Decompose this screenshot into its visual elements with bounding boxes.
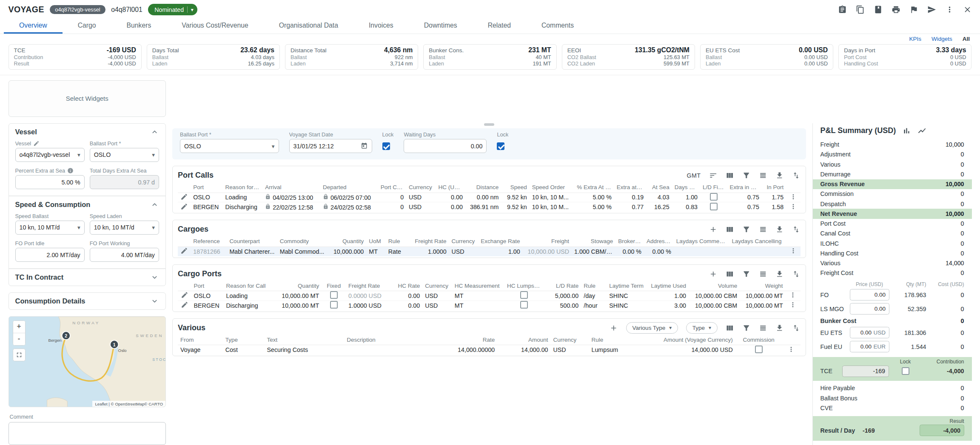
column-header[interactable]: Exchange Rate	[477, 237, 522, 247]
clipboard-icon[interactable]	[838, 5, 847, 14]
kpis-link[interactable]: KPIs	[909, 36, 921, 42]
cell-currency[interactable]: USD	[406, 193, 436, 202]
cell-rule[interactable]: /day	[581, 291, 607, 301]
column-header[interactable]: Laydays Cancelling	[729, 237, 786, 247]
tab-bunkers[interactable]: Bunkers	[111, 19, 167, 34]
various-type-select[interactable]: Various Type▾	[626, 322, 678, 334]
cell-rate[interactable]: 14,000.00000	[424, 345, 497, 355]
cell-departed[interactable]: 06/02/25 07:00	[320, 193, 378, 202]
cell-speed[interactable]: 9.52 kn	[501, 193, 529, 202]
speed-laden-select[interactable]: 10 kn, 10 MT/d▾	[90, 221, 159, 235]
column-header[interactable]: Port Cost	[378, 183, 406, 193]
column-header[interactable]: Amount	[497, 335, 550, 345]
fixed-checkbox[interactable]	[330, 291, 338, 299]
cell-volume[interactable]: 10,000.00 CBM	[689, 300, 740, 310]
column-header[interactable]: Extra in Port	[727, 183, 761, 193]
zoom-in-button[interactable]: +	[13, 321, 25, 333]
column-header[interactable]: Freight	[523, 237, 572, 247]
cell-freight-rate[interactable]: 0.0000 USD	[346, 291, 391, 301]
tab-various-cost-revenue[interactable]: Various Cost/Revenue	[166, 19, 263, 34]
column-header[interactable]: Reason for Call	[223, 281, 271, 291]
fo-port-working-input[interactable]: 4.00 MT/day	[90, 248, 159, 262]
column-header[interactable]: Counterpart	[227, 237, 277, 247]
print-icon[interactable]	[892, 5, 900, 14]
lock-waiting-checkbox[interactable]	[497, 142, 504, 150]
column-header[interactable]: Description	[344, 335, 424, 345]
cell-ld-rate[interactable]: 500.00	[544, 300, 581, 310]
cell-type[interactable]: Cost	[223, 345, 265, 355]
more-options-icon[interactable]	[945, 5, 954, 14]
chevron-up-icon[interactable]	[150, 200, 159, 209]
cell-hc-rate[interactable]: 0.00	[392, 291, 423, 301]
column-header[interactable]: UoM	[366, 237, 386, 247]
column-header[interactable]: Rule	[589, 335, 637, 345]
cell-days-ld[interactable]: 1.00	[672, 193, 700, 202]
speed-panel-header[interactable]: Speed & Consumption	[9, 196, 166, 213]
eu-ets-price-input[interactable]: 0.00USD	[850, 327, 889, 338]
edit-row-icon[interactable]	[181, 291, 188, 299]
tab-comments[interactable]: Comments	[526, 19, 589, 34]
cell-quantity[interactable]: 10,000.000	[328, 247, 366, 256]
column-header[interactable]: Laytime Term	[607, 281, 648, 291]
cell-hc[interactable]: 0.00	[436, 193, 465, 202]
tab-cargo[interactable]: Cargo	[63, 19, 111, 34]
edit-row-icon[interactable]	[180, 203, 188, 210]
cell-exchange-rate[interactable]: 1.00	[477, 247, 522, 256]
column-header[interactable]: Freight Rate	[346, 281, 391, 291]
consumption-details-header[interactable]: Consumption Details	[9, 293, 166, 309]
column-header[interactable]: L/D Rate	[544, 281, 581, 291]
column-header[interactable]: Extra at Sea	[614, 183, 646, 193]
filter-icon[interactable]	[742, 171, 751, 180]
tc-in-contract-header[interactable]: TC In Contract	[9, 269, 166, 286]
column-header[interactable]: Currency	[449, 237, 478, 247]
tab-organisational-data[interactable]: Organisational Data	[264, 19, 353, 34]
column-header[interactable]: Departed	[320, 183, 378, 193]
cell-port-cost[interactable]: 0	[378, 202, 406, 212]
cell-extra-at-sea[interactable]: 0.19	[614, 193, 646, 202]
voyage-start-date-input[interactable]: 31/01/25 12:12	[289, 139, 372, 153]
cell-currency[interactable]: USD	[551, 345, 589, 355]
filter-icon[interactable]	[742, 270, 751, 278]
column-header[interactable]: HC Rate	[392, 281, 423, 291]
cell-amount[interactable]: 14,000.00	[497, 345, 550, 355]
column-header[interactable]: Rule	[386, 237, 409, 247]
lock-start-checkbox[interactable]	[382, 142, 390, 150]
column-header[interactable]: Port	[191, 281, 224, 291]
edit-row-icon[interactable]	[180, 247, 188, 255]
reorder-icon[interactable]	[792, 171, 801, 180]
cell-port[interactable]: BERGEN	[191, 202, 222, 212]
column-header[interactable]: Days L/D	[672, 183, 700, 193]
cell-quantity[interactable]: 10,000.00 MT	[271, 300, 322, 310]
column-header[interactable]: Address C.	[644, 237, 674, 247]
close-icon[interactable]	[963, 5, 972, 14]
cell-port[interactable]: BERGEN	[191, 300, 224, 310]
cell-from[interactable]: Voyage	[178, 345, 223, 355]
vessel-panel-header[interactable]: Vessel	[9, 124, 166, 140]
flag-icon[interactable]	[909, 5, 918, 14]
cell-reference[interactable]: 18781266	[191, 247, 227, 256]
cell-speed[interactable]: 9.52 kn	[501, 202, 529, 212]
select-widgets-button[interactable]: Select Widgets	[9, 80, 166, 117]
fixed-checkbox[interactable]	[330, 301, 338, 309]
cell-port[interactable]: OSLO	[191, 291, 224, 301]
row-menu-icon[interactable]	[787, 346, 795, 353]
cell-departed[interactable]: 24/02/25 02:58	[320, 202, 378, 212]
cell-arrival[interactable]: 22/02/25 12:58	[262, 202, 320, 212]
row-menu-icon[interactable]	[789, 193, 797, 201]
column-header[interactable]: Quantity	[328, 237, 366, 247]
zoom-out-button[interactable]: -	[13, 333, 25, 345]
cell-at-sea[interactable]: 16.25	[646, 202, 672, 212]
column-header[interactable]: Port	[191, 183, 222, 193]
cell-hc-rate[interactable]: 0.00	[392, 300, 423, 310]
column-header[interactable]: Speed Order	[530, 183, 575, 193]
percent-extra-input[interactable]: 5.00 %	[15, 175, 85, 189]
cell-laydays-cancelling[interactable]	[729, 247, 786, 256]
cell-reason[interactable]: Discharging	[223, 300, 271, 310]
reorder-icon[interactable]	[792, 270, 801, 278]
book-icon[interactable]	[874, 5, 883, 14]
cell-speed-order[interactable]: 10 kn, 10 M...	[530, 202, 575, 212]
lsmgo-price-input[interactable]: 0.00	[850, 303, 889, 315]
cell-rule[interactable]: Rate	[386, 247, 409, 256]
gmt-button[interactable]: GMT	[687, 172, 701, 179]
column-header[interactable]: HC (USD)	[436, 183, 465, 193]
